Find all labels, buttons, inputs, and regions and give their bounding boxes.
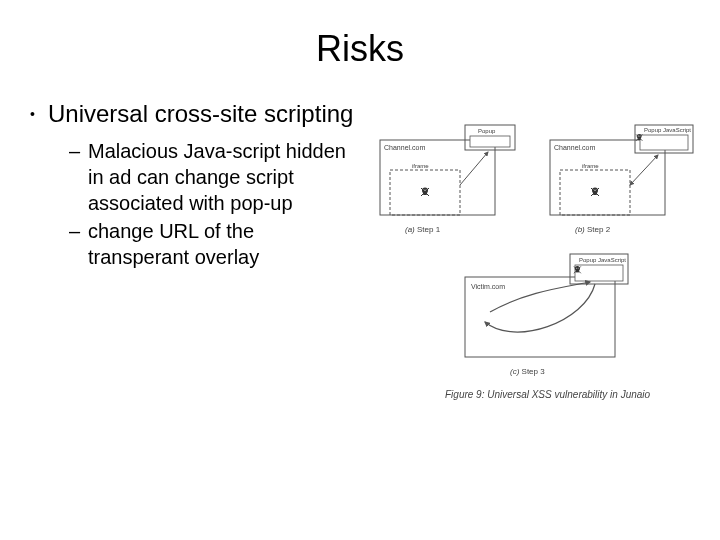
label-iframe: iframe — [412, 163, 429, 169]
svg-rect-9 — [470, 136, 510, 147]
label-victim: Victim.com — [471, 283, 505, 290]
sub-marker: – — [60, 138, 88, 164]
sub-item: – Malacious Java-script hidden in ad can… — [30, 138, 370, 216]
sub-item: – change URL of the transperant overlay — [30, 218, 370, 270]
label-a: (a) — [405, 225, 415, 234]
skull-icon — [591, 188, 599, 197]
figure-diagram: Channel.com iframe Popup (a) Step 1 Chan… — [370, 120, 700, 410]
bullet-text: Universal cross-site scripting — [48, 100, 353, 128]
figure-caption: Figure 9: Universal XSS vulnerability in… — [445, 389, 651, 400]
label-channel: Channel.com — [384, 144, 425, 151]
svg-rect-6 — [380, 140, 495, 215]
svg-rect-20 — [575, 265, 623, 281]
panel-step2: Channel.com iframe Popup JavaScript (b) … — [550, 125, 693, 234]
label-b: (b) — [575, 225, 585, 234]
content-row: • Universal cross-site scripting – Malac… — [0, 100, 720, 410]
label-popup-js: Popup JavaScript — [644, 127, 691, 133]
svg-line-10 — [460, 152, 488, 185]
svg-rect-12 — [550, 140, 665, 215]
label-channel: Channel.com — [554, 144, 595, 151]
sub-text: change URL of the transperant overlay — [88, 218, 348, 270]
label-step2: Step 2 — [587, 225, 611, 234]
label-popup: Popup — [478, 128, 496, 134]
sub-marker: – — [60, 218, 88, 244]
panel-step3: Victim.com Popup JavaScript (c) Step 3 — [465, 254, 628, 376]
left-column: • Universal cross-site scripting – Malac… — [0, 100, 370, 272]
skull-icon — [421, 188, 429, 197]
bullet-marker: • — [30, 100, 40, 128]
svg-line-16 — [630, 155, 658, 185]
panel-step1: Channel.com iframe Popup (a) Step 1 — [380, 125, 515, 234]
label-step3: Step 3 — [522, 367, 546, 376]
label-c: (c) — [510, 367, 520, 376]
svg-rect-15 — [640, 135, 688, 150]
bullet-item: • Universal cross-site scripting — [30, 100, 370, 128]
svg-text:(c) Step 3: (c) Step 3 — [510, 367, 545, 376]
svg-text:(a) Step 1: (a) Step 1 — [405, 225, 441, 234]
label-iframe: iframe — [582, 163, 599, 169]
page-title: Risks — [0, 28, 720, 70]
svg-text:(b) Step 2: (b) Step 2 — [575, 225, 611, 234]
label-step1: Step 1 — [417, 225, 441, 234]
figure-column: Channel.com iframe Popup (a) Step 1 Chan… — [370, 100, 710, 410]
label-popup-js: Popup JavaScript — [579, 257, 626, 263]
sub-list: – Malacious Java-script hidden in ad can… — [30, 138, 370, 270]
sub-text: Malacious Java-script hidden in ad can c… — [88, 138, 348, 216]
